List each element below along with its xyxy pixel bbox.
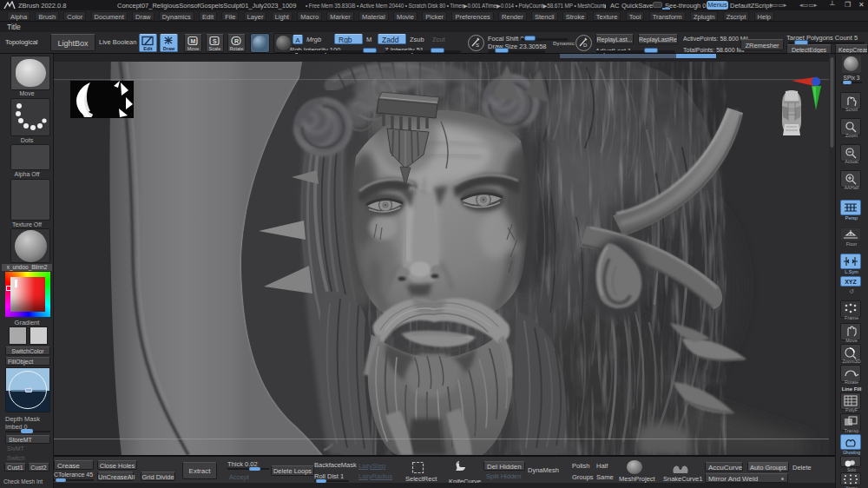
svg-text:S: S: [476, 43, 479, 48]
svg-text:R: R: [234, 38, 239, 44]
svg-text:S: S: [213, 38, 217, 44]
svg-text:M: M: [191, 38, 196, 44]
svg-text:D: D: [583, 43, 588, 48]
